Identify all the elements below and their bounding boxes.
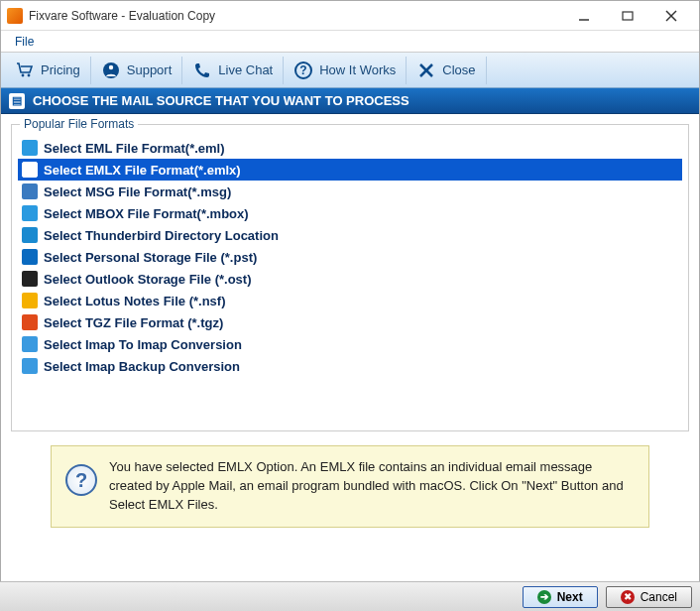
toolbar-label: Live Chat [218,62,273,77]
cancel-icon: ✖ [621,590,635,604]
format-item[interactable]: Select Lotus Notes File (*.nsf) [18,290,682,311]
svg-point-4 [22,73,25,76]
toolbar-label: Close [442,62,475,77]
section-title: CHOOSE THE MAIL SOURCE THAT YOU WANT TO … [33,93,409,108]
format-item[interactable]: Select Imap To Imap Conversion [18,333,682,355]
format-item[interactable]: Select MBOX File Format(*.mbox) [18,202,682,224]
formats-list: Select EML File Format(*.eml)Select EMLX… [18,137,682,377]
toolbar-label: Support [127,62,173,77]
format-item[interactable]: Select MSG File Format(*.msg) [18,181,682,202]
document-icon: ▤ [9,93,25,109]
section-header: ▤ CHOOSE THE MAIL SOURCE THAT YOU WANT T… [1,88,699,114]
format-label: Select EMLX File Format(*.emlx) [44,163,241,178]
format-item[interactable]: Select Outlook Storage File (*.ost) [18,268,682,290]
formats-group: Popular File Formats Select EML File For… [11,124,689,431]
content-area: Popular File Formats Select EML File For… [1,114,699,544]
format-icon [22,271,38,287]
menubar: File [1,31,699,53]
phone-icon [192,61,212,80]
window-title: Fixvare Software - Evaluation Copy [29,9,562,23]
format-icon [22,205,38,221]
format-item[interactable]: Select Personal Storage File (*.pst) [18,246,682,268]
format-item[interactable]: Select EML File Format(*.eml) [18,137,682,159]
toolbar-close[interactable]: Close [407,57,486,84]
format-label: Select Outlook Storage File (*.ost) [44,272,251,287]
svg-point-7 [109,64,113,68]
format-item[interactable]: Select TGZ File Format (*.tgz) [18,311,682,333]
svg-rect-1 [623,12,633,20]
close-window-button[interactable] [649,2,693,30]
format-label: Select Imap To Imap Conversion [44,337,242,352]
format-label: Select Thunderbird Directory Location [44,228,279,243]
minimize-icon [578,10,590,22]
toolbar-pricing[interactable]: Pricing [5,57,91,84]
cart-icon [15,61,35,80]
cancel-button[interactable]: ✖ Cancel [606,586,692,608]
toolbar-livechat[interactable]: Live Chat [182,57,284,84]
format-icon [22,314,38,330]
maximize-icon [622,10,634,22]
format-icon [22,358,38,374]
format-label: Select Lotus Notes File (*.nsf) [44,294,225,308]
help-icon: ? [65,464,97,496]
toolbar-support[interactable]: Support [91,57,183,84]
footer-bar: ➔ Next ✖ Cancel [0,581,700,611]
toolbar-howitworks[interactable]: ? How It Works [284,57,407,84]
app-icon [7,8,23,24]
next-button[interactable]: ➔ Next [523,586,598,608]
format-icon [22,336,38,352]
toolbar: Pricing Support Live Chat ? How It Works… [1,53,699,88]
close-icon [665,10,677,22]
format-label: Select MSG File Format(*.msg) [44,184,231,199]
next-label: Next [557,590,583,604]
format-icon [22,183,38,199]
question-icon: ? [293,61,313,80]
format-icon [22,293,38,308]
format-item[interactable]: Select EMLX File Format(*.emlx) [18,159,682,181]
format-icon [22,162,38,178]
minimize-button[interactable] [562,2,606,30]
x-icon [416,61,436,80]
titlebar: Fixvare Software - Evaluation Copy [1,1,699,31]
format-label: Select Imap Backup Conversion [44,359,240,374]
format-item[interactable]: Select Imap Backup Conversion [18,355,682,377]
format-icon [22,249,38,265]
maximize-button[interactable] [606,2,649,30]
toolbar-label: Pricing [41,62,80,77]
format-item[interactable]: Select Thunderbird Directory Location [18,224,682,246]
next-icon: ➔ [537,590,551,604]
info-box: ? You have selected EMLX Option. An EMLX… [51,445,649,528]
cancel-label: Cancel [641,590,677,604]
format-label: Select EML File Format(*.eml) [44,141,225,156]
toolbar-label: How It Works [319,62,396,77]
format-icon [22,227,38,243]
svg-point-5 [28,73,31,76]
menu-file[interactable]: File [7,33,42,51]
group-label: Popular File Formats [20,117,138,131]
svg-text:?: ? [300,63,307,77]
format-label: Select TGZ File Format (*.tgz) [44,315,223,330]
format-label: Select MBOX File Format(*.mbox) [44,206,249,221]
format-label: Select Personal Storage File (*.pst) [44,250,257,265]
format-icon [22,140,38,156]
support-icon [101,61,121,80]
info-message: You have selected EMLX Option. An EMLX f… [109,458,635,515]
